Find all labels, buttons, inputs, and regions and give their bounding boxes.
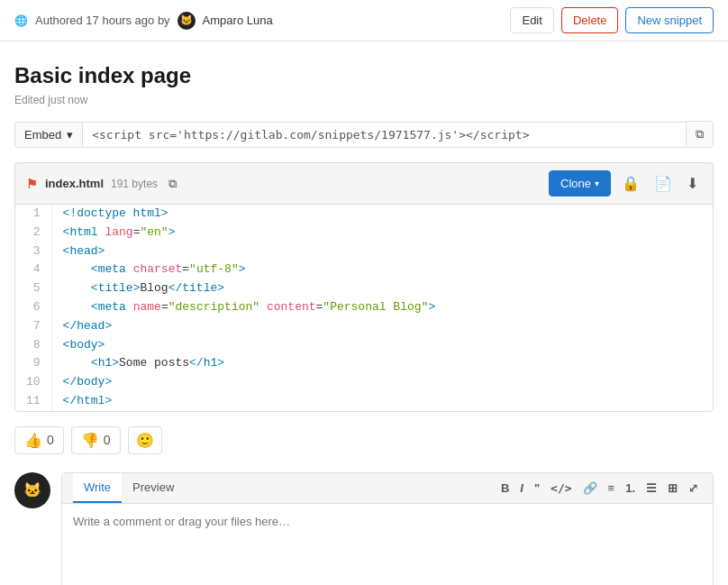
copy-embed-button[interactable]: ⧉	[686, 121, 714, 148]
page-title: Basic index page	[14, 63, 714, 88]
top-bar: 🌐 Authored 17 hours ago by 🐱 Amparo Luna…	[0, 0, 728, 41]
table-row: 3 <head>	[15, 242, 713, 261]
line-code: <body>	[51, 336, 713, 355]
line-number: 9	[15, 354, 51, 373]
table-row: 5 <title>Blog</title>	[15, 279, 713, 298]
author-name: Amparo Luna	[203, 14, 273, 27]
tab-preview[interactable]: Preview	[122, 473, 185, 503]
line-code: </html>	[51, 392, 713, 411]
thumbs-down-icon: 👎	[81, 432, 99, 449]
delete-button[interactable]: Delete	[561, 7, 619, 33]
line-number: 4	[15, 261, 51, 279]
ordered-list-button[interactable]: 1.	[622, 480, 639, 497]
file-section: ⚑ index.html 191 bytes ⧉ Clone ▾ 🔒 📄 ⬇ 1	[14, 162, 714, 412]
line-number: 11	[15, 392, 51, 411]
file-name: index.html	[45, 177, 104, 190]
code-block: 1 <!doctype html> 2 <html lang="en"> 3 <…	[14, 204, 714, 412]
table-row: 1 <!doctype html>	[15, 205, 713, 224]
table-row: 11 </html>	[15, 392, 713, 411]
line-code: <html lang="en">	[51, 224, 713, 242]
raw-button[interactable]: 📄	[651, 171, 676, 196]
comment-box: Write Preview B I " </> 🔗 ≡ 1. ☰ ⊞ ⤢	[61, 472, 714, 585]
smiley-icon: 🙂	[136, 433, 154, 448]
thumbs-up-count: 0	[47, 433, 54, 447]
line-number: 6	[15, 298, 51, 317]
line-code: <meta charset="utf-8">	[51, 261, 713, 279]
table-row: 4 <meta charset="utf-8">	[15, 261, 713, 279]
table-button[interactable]: ⊞	[664, 480, 681, 497]
embed-dropdown[interactable]: Embed ▾	[14, 122, 82, 148]
line-number: 7	[15, 317, 51, 336]
task-list-button[interactable]: ☰	[642, 480, 660, 497]
top-bar-left: 🌐 Authored 17 hours ago by 🐱 Amparo Luna	[14, 12, 510, 30]
link-button[interactable]: 🔗	[579, 480, 601, 497]
thumbs-down-button[interactable]: 👎 0	[71, 426, 121, 454]
file-header: ⚑ index.html 191 bytes ⧉ Clone ▾ 🔒 📄 ⬇	[14, 162, 714, 204]
top-bar-right: Edit Delete New snippet	[510, 7, 714, 33]
table-row: 2 <html lang="en">	[15, 224, 713, 242]
authored-text: Authored 17 hours ago by	[35, 14, 170, 27]
comment-textarea[interactable]	[62, 504, 713, 585]
lock-button[interactable]: 🔒	[618, 171, 643, 196]
edit-button[interactable]: Edit	[510, 7, 553, 33]
add-reaction-button[interactable]: 🙂	[128, 426, 162, 454]
globe-icon: 🌐	[14, 14, 28, 27]
tab-write[interactable]: Write	[73, 473, 122, 503]
comment-section: 🐱 Write Preview B I " </> 🔗 ≡ 1. ☰ ⊞ ⤢	[14, 472, 714, 585]
bold-button[interactable]: B	[497, 480, 513, 497]
fullscreen-button[interactable]: ⤢	[685, 480, 702, 497]
html-file-icon: ⚑	[26, 177, 38, 191]
chevron-down-icon: ▾	[67, 128, 73, 142]
table-row: 8 <body>	[15, 336, 713, 355]
clone-label: Clone	[560, 177, 591, 190]
table-row: 9 <h1>Some posts</h1>	[15, 354, 713, 373]
table-row: 10 </body>	[15, 373, 713, 392]
edited-status: Edited just now	[14, 94, 714, 106]
line-code: <head>	[51, 242, 713, 261]
line-number: 8	[15, 336, 51, 355]
download-button[interactable]: ⬇	[683, 171, 702, 196]
file-header-left: ⚑ index.html 191 bytes ⧉	[26, 173, 180, 195]
table-row: 6 <meta name="description" content="Pers…	[15, 298, 713, 317]
line-code: <!doctype html>	[51, 205, 713, 224]
chevron-down-icon-clone: ▾	[595, 178, 599, 188]
author-avatar: 🐱	[177, 12, 196, 30]
embed-row: Embed ▾ ⧉	[14, 121, 714, 148]
comment-tabs: Write Preview B I " </> 🔗 ≡ 1. ☰ ⊞ ⤢	[62, 473, 713, 504]
line-code: </body>	[51, 373, 713, 392]
copy-filename-button[interactable]: ⧉	[165, 173, 180, 195]
copy-icon: ⧉	[696, 127, 704, 141]
embed-label: Embed	[24, 128, 61, 142]
thumbs-up-icon: 👍	[24, 432, 42, 449]
embed-code-input[interactable]	[82, 122, 686, 148]
line-code: <title>Blog</title>	[51, 279, 713, 298]
line-number: 3	[15, 242, 51, 261]
line-number: 2	[15, 224, 51, 242]
clone-button[interactable]: Clone ▾	[549, 170, 611, 197]
thumbs-down-count: 0	[104, 433, 111, 447]
new-snippet-button[interactable]: New snippet	[625, 7, 714, 33]
line-number: 1	[15, 205, 51, 224]
quote-button[interactable]: "	[531, 480, 543, 497]
file-header-right: Clone ▾ 🔒 📄 ⬇	[549, 170, 702, 197]
bullet-list-button[interactable]: ≡	[605, 480, 619, 497]
line-code: </head>	[51, 317, 713, 336]
line-number: 5	[15, 279, 51, 298]
line-code: <meta name="description" content="Person…	[51, 298, 713, 317]
code-button[interactable]: </>	[547, 480, 575, 497]
italic-button[interactable]: I	[516, 480, 527, 497]
table-row: 7 </head>	[15, 317, 713, 336]
thumbs-up-button[interactable]: 👍 0	[14, 426, 64, 454]
line-number: 10	[15, 373, 51, 392]
comment-avatar: 🐱	[14, 472, 50, 508]
reactions-row: 👍 0 👎 0 🙂	[14, 426, 714, 454]
comment-toolbar: B I " </> 🔗 ≡ 1. ☰ ⊞ ⤢	[497, 473, 702, 503]
file-size: 191 bytes	[111, 178, 158, 190]
code-table: 1 <!doctype html> 2 <html lang="en"> 3 <…	[15, 205, 713, 411]
line-code: <h1>Some posts</h1>	[51, 354, 713, 373]
